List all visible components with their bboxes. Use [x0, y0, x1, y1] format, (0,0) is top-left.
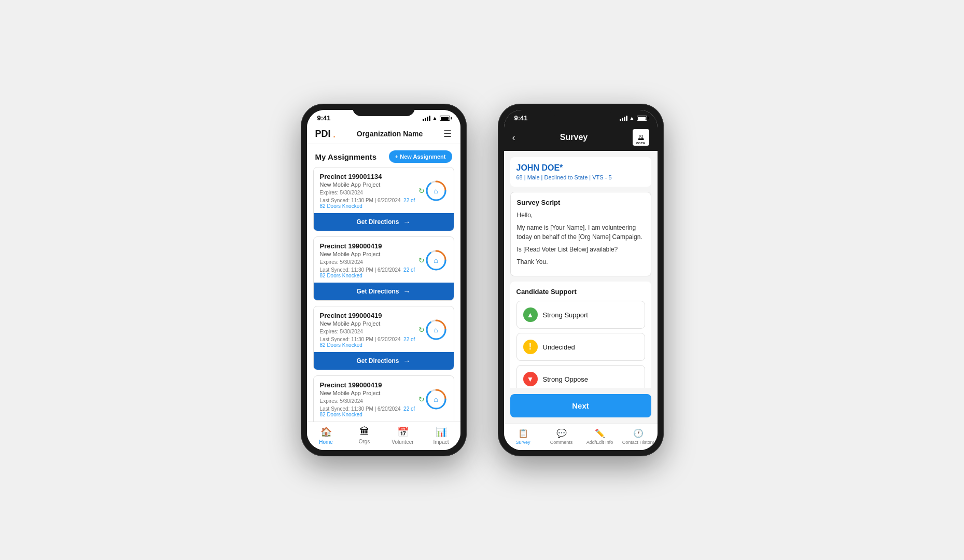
project-name: New Mobile App Project [320, 390, 416, 396]
nav-item-home[interactable]: 🏠 Home [307, 426, 345, 445]
nav-label-volunteer: Volunteer [392, 439, 413, 445]
survey-nav-item-survey[interactable]: 📋 Survey [504, 428, 542, 445]
assignments-header: My Assignments + New Assignment [307, 144, 460, 167]
voter-details: 68 | Male | Declined to State | VTS - 5 [516, 174, 645, 180]
survey-bottom-nav: 📋 Survey 💬 Comments ✏️ Add/Edit Info 🕐 C… [504, 424, 658, 450]
survey-header: ‹ Survey 🗳 VOTE [504, 124, 658, 151]
nav-label-impact: Impact [433, 439, 449, 445]
progress-circle: ⌂ [425, 388, 448, 411]
home-nav-icon: 🏠 [320, 426, 332, 438]
assignment-expires: Expires: 5/30/2024 [320, 398, 416, 404]
home-icon: ⌂ [434, 395, 438, 403]
wifi-icon: ▲ [630, 115, 635, 121]
doors-count: 22 of 82 Doors Knocked [320, 198, 415, 209]
sync-icon[interactable]: ↻ [418, 395, 425, 403]
strong-oppose-label: Strong Oppose [543, 375, 588, 383]
nav-label-home: Home [319, 439, 333, 445]
doors-count: 22 of 82 Doors Knocked [320, 267, 415, 278]
bottom-nav: 🏠 Home 🏛 Orgs 📅 Volunteer 📊 Impact [307, 422, 460, 450]
project-name: New Mobile App Project [320, 181, 416, 188]
doors-count: 22 of 82 Doors Knocked [320, 406, 415, 417]
progress-circle: ⌂ [425, 249, 448, 272]
survey-title: Survey [560, 133, 588, 142]
home-icon: ⌂ [434, 187, 438, 195]
assignments-title: My Assignments [315, 152, 377, 161]
assignment-expires: Expires: 5/30/2024 [320, 259, 416, 265]
signal-icon [423, 116, 430, 121]
status-icons: ▲ [423, 115, 450, 121]
comments-tab-icon: 💬 [556, 428, 567, 438]
volunteer-nav-icon: 📅 [397, 426, 409, 438]
script-title: Survey Script [517, 199, 645, 206]
vote-icon-button[interactable]: 🗳 VOTE [633, 129, 649, 146]
nav-item-volunteer[interactable]: 📅 Volunteer [384, 426, 422, 445]
vote-label: VOTE [636, 142, 645, 145]
wifi-icon: ▲ [432, 115, 438, 121]
sync-icon[interactable]: ↻ [418, 187, 425, 195]
phone-screen-survey: 9:41 ▲ ‹ Survey 🗳 VOTE [504, 110, 658, 450]
assignment-synced: Last Synced: 11:30 PM | 6/20/2024 22 of … [320, 267, 416, 278]
contact-history-tab-icon: 🕐 [633, 428, 644, 438]
survey-nav-item-edit-info[interactable]: ✏️ Add/Edit Info [581, 428, 619, 445]
app-header: PDI . Organization Name ☰ [307, 124, 460, 144]
script-line-1: Hello, [517, 211, 645, 220]
assignment-synced: Last Synced: 11:30 PM | 6/20/2024 22 of … [320, 406, 416, 417]
strong-support-option[interactable]: ▲ Strong Support [516, 301, 645, 329]
sync-icon[interactable]: ↻ [418, 256, 425, 264]
orgs-nav-icon: 🏛 [360, 426, 369, 437]
edit-info-tab-label: Add/Edit Info [586, 440, 613, 445]
menu-icon[interactable]: ☰ [443, 128, 452, 139]
assignments-list: Precinct 199001134 New Mobile App Projec… [307, 167, 460, 422]
arrow-right-icon: → [403, 218, 411, 226]
sync-icon[interactable]: ↻ [418, 326, 425, 334]
next-button[interactable]: Next [510, 394, 651, 417]
comments-tab-label: Comments [550, 440, 573, 445]
strong-support-icon: ▲ [523, 307, 538, 322]
assignment-card: Precinct 199000419 New Mobile App Projec… [313, 236, 454, 301]
phone-screen-assignments: 9:41 ▲ PDI . Organization Name [307, 110, 460, 450]
nav-item-impact[interactable]: 📊 Impact [422, 426, 460, 445]
battery-icon [637, 116, 647, 121]
signal-icon [620, 116, 627, 121]
phone-survey: 9:41 ▲ ‹ Survey 🗳 VOTE [498, 104, 664, 456]
assignment-expires: Expires: 5/30/2024 [320, 190, 416, 195]
contact-history-tab-label: Contact History [622, 440, 654, 445]
candidate-support-section: Candidate Support ▲ Strong Support ! Und… [510, 282, 651, 388]
status-time: 9:41 [514, 114, 528, 122]
get-directions-button[interactable]: Get Directions → [314, 213, 454, 231]
script-text: Hello, My name is [Your Name]. I am volu… [517, 211, 645, 267]
nav-item-orgs[interactable]: 🏛 Orgs [345, 426, 384, 445]
assignment-expires: Expires: 5/30/2024 [320, 329, 416, 334]
org-name: Organization Name [357, 130, 423, 138]
edit-info-tab-icon: ✏️ [595, 428, 605, 438]
undecided-option[interactable]: ! Undecided [516, 333, 645, 361]
status-icons: ▲ [620, 115, 647, 121]
project-name: New Mobile App Project [320, 251, 416, 257]
progress-circle: ⌂ [425, 318, 448, 341]
voter-card: JOHN DOE* 68 | Male | Declined to State … [510, 157, 651, 187]
survey-tab-label: Survey [515, 440, 530, 445]
strong-oppose-icon: ▼ [523, 372, 538, 386]
phone-assignments: 9:41 ▲ PDI . Organization Name [301, 104, 467, 456]
home-icon: ⌂ [434, 256, 438, 264]
get-directions-button[interactable]: Get Directions → [314, 283, 454, 300]
precinct-name: Precinct 199000419 [320, 242, 416, 250]
back-button[interactable]: ‹ [512, 132, 515, 143]
new-assignment-button[interactable]: + New Assignment [389, 150, 452, 163]
voter-name: JOHN DOE* [516, 163, 645, 173]
survey-tab-icon: 📋 [518, 428, 528, 438]
get-directions-button[interactable]: Get Directions → [314, 352, 454, 370]
script-line-4: Thank You. [517, 257, 645, 267]
project-name: New Mobile App Project [320, 320, 416, 327]
next-btn-container: Next [504, 388, 658, 424]
candidate-support-title: Candidate Support [516, 288, 645, 296]
status-time: 9:41 [317, 114, 331, 122]
undecided-label: Undecided [543, 343, 575, 351]
precinct-name: Precinct 199000419 [320, 381, 416, 389]
impact-nav-icon: 📊 [436, 426, 447, 438]
strong-oppose-option[interactable]: ▼ Strong Oppose [516, 365, 645, 388]
survey-nav-item-contact-history[interactable]: 🕐 Contact History [619, 428, 658, 445]
nav-label-orgs: Orgs [359, 439, 370, 444]
survey-nav-item-comments[interactable]: 💬 Comments [542, 428, 581, 445]
phone-notch [550, 104, 612, 116]
